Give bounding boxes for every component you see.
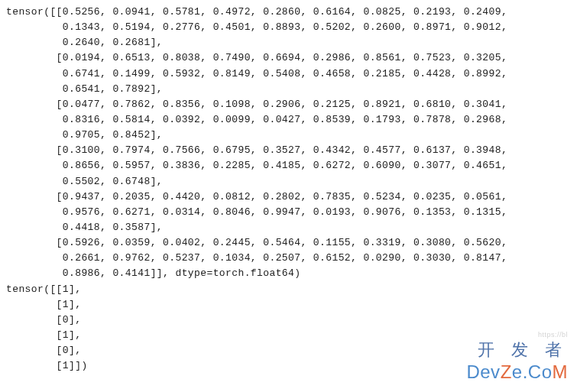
tensor-output: tensor([[0.5256, 0.0941, 0.5781, 0.4972,… xyxy=(0,0,577,374)
